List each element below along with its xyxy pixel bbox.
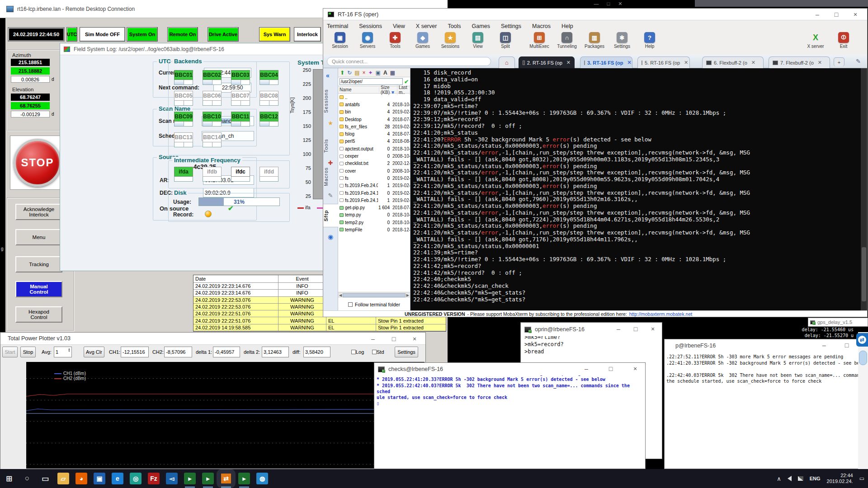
delta1-value[interactable]: -0,45957 — [213, 347, 240, 357]
event-col-event[interactable]: Event — [278, 275, 326, 282]
follow-terminal-checkbox[interactable] — [348, 302, 353, 307]
backend-bbc14[interactable]: BBC14 — [203, 132, 228, 147]
language-indicator[interactable]: ENG — [810, 476, 821, 481]
tab-7-flexbuff-2-o[interactable]: 7. Flexbuff-2 (o✕ — [769, 56, 830, 68]
status-sim-mode-off[interactable]: Sim Mode OFF — [80, 27, 125, 42]
sftp-font-icon[interactable]: A — [383, 70, 387, 76]
sftp-go-icon[interactable]: ✔ — [404, 79, 409, 85]
menu-macros[interactable]: Macros — [532, 23, 551, 29]
sftp-hscrollbar[interactable]: ◀ ▶ — [338, 292, 410, 298]
stop-plot-button[interactable]: Stop — [20, 347, 36, 357]
sidebar-tab-sftp[interactable]: Sftp — [323, 204, 338, 227]
oprin-close-icon[interactable]: × — [648, 325, 657, 333]
network-icon[interactable] — [798, 476, 803, 481]
taskbar-edge[interactable]: e — [112, 473, 123, 484]
globe-icon[interactable]: ◉ — [323, 233, 338, 240]
backend-bbc01[interactable]: BBC01 — [174, 70, 199, 85]
right-terminal-maximize-icon[interactable]: □ — [842, 342, 851, 349]
edit-tabs-icon[interactable]: ✎ — [856, 58, 861, 65]
backend-bbc12[interactable]: BBC12 — [259, 112, 285, 127]
if-ifda[interactable]: ifda — [174, 167, 199, 182]
if-ifdd[interactable]: ifdd — [259, 167, 285, 182]
tab-home[interactable]: ⌂ — [499, 56, 515, 68]
taskbar-terminal-green-3[interactable]: ▸ — [238, 473, 250, 484]
toolbar-games[interactable]: ◆Games — [410, 32, 436, 49]
telescope-button-hexapod[interactable]: Hexapod Control — [15, 306, 62, 323]
moba-titlebar[interactable]: RT-16 FS (oper) – □ × — [323, 9, 867, 20]
diff-value[interactable]: 3,58420 — [303, 347, 330, 357]
toolbar-packages[interactable]: ▥Packages — [581, 32, 608, 49]
mobatek-link[interactable]: http://mobaxterm.mobatek.net — [629, 311, 692, 317]
sftp-grid-icon[interactable]: ▦ — [390, 70, 395, 76]
taskbar-task-view[interactable]: ▭ — [39, 473, 51, 484]
taskbar-search[interactable]: ○ — [21, 473, 33, 484]
sftp-scroll-thumb[interactable] — [343, 293, 406, 297]
backend-bbc06[interactable]: BBC06 — [203, 91, 228, 106]
tray-chevron-icon[interactable]: ∧ — [777, 475, 781, 482]
sftp-newfolder-icon[interactable]: ▤ — [354, 70, 359, 76]
backend-bbc03[interactable]: BBC03 — [231, 70, 256, 85]
right-terminal-minimize-icon[interactable]: – — [820, 342, 829, 349]
list-item[interactable]: antabfs42018-10-27 .. — [338, 101, 410, 108]
oprin-titlebar[interactable]: oprin@IrbeneFS-16 – □ × — [521, 323, 662, 336]
toolbar-servers[interactable]: ◉Servers — [354, 32, 381, 49]
plotter-maximize-icon[interactable]: □ — [389, 335, 398, 343]
backend-bbc11[interactable]: BBC11 — [231, 112, 256, 127]
menu-terminal[interactable]: Terminal — [327, 23, 348, 29]
terminal[interactable]: 15 disk_record 16 data_valid=on 17 midob… — [410, 68, 861, 310]
tab-close-icon[interactable]: ✕ — [684, 60, 688, 66]
taskbar-wireshark[interactable]: ◅ — [166, 473, 178, 484]
event-col-date[interactable]: Date — [193, 275, 278, 282]
checks-maximize-icon[interactable]: □ — [606, 365, 615, 372]
list-item[interactable]: perl542018-08-29 .. — [338, 138, 410, 145]
list-item[interactable]: temp.py02018-10-25 .. — [338, 211, 410, 219]
telescope-button-acknowledge[interactable]: Acknowledge Interlock — [15, 204, 62, 220]
background-close-icon[interactable]: ✕ — [618, 1, 622, 7]
list-item[interactable]: checklist.txt22002-12-11 .. — [338, 160, 410, 167]
toolbar-exit[interactable]: ⏼Exit — [830, 32, 857, 49]
list-item[interactable]: bin42019-02-24 .. — [338, 108, 410, 116]
sftp-col-name[interactable]: Name — [338, 87, 379, 92]
sftp-wand-icon[interactable]: ✦ — [368, 70, 373, 76]
list-item[interactable]: fs_err_files282019-02-24 .. — [338, 123, 410, 130]
delta2-value[interactable]: 3,12463 — [262, 347, 289, 357]
toolbar-xserver[interactable]: XX server — [802, 32, 829, 49]
menu-help[interactable]: Help — [561, 23, 573, 29]
new-tab-button[interactable]: + — [834, 57, 844, 66]
list-item[interactable]: fs.2019.Feb.24.18.23.06.err12019-02-24 .… — [338, 197, 410, 204]
sftp-refresh-icon[interactable]: ↻ — [347, 70, 352, 76]
oprin-maximize-icon[interactable]: □ — [631, 325, 640, 333]
menu-tools[interactable]: Tools — [448, 23, 461, 29]
ch2-value[interactable]: -8,57096 — [164, 347, 192, 357]
menu-view[interactable]: View — [393, 23, 405, 29]
list-item[interactable]: get-pip.py1 6042018-07-22 .. — [338, 204, 410, 211]
status-system-on[interactable]: System On — [127, 27, 158, 42]
backend-bbc02[interactable]: BBC02 — [203, 70, 228, 85]
quick-connect-field[interactable]: Quick connect... — [327, 57, 491, 66]
plotter-close-icon[interactable]: × — [410, 335, 419, 343]
sidebar-collapse-icon[interactable]: « — [326, 72, 330, 79]
toolbar-tools[interactable]: ✚Tools — [382, 32, 408, 49]
tab-5-rt-16-fs-op[interactable]: 5. RT-16 FS (op✕ — [637, 56, 690, 68]
toolbar-multiexec[interactable]: ⊞MultiExec — [526, 32, 552, 49]
volume-icon[interactable] — [788, 476, 792, 481]
spinner-arrows-icon[interactable]: ▲▼ — [68, 348, 71, 352]
toolbar-help[interactable]: ?Help — [637, 32, 663, 49]
sftp-up-icon[interactable]: ⬆ — [340, 70, 344, 76]
sftp-monitor-icon[interactable]: ▣ — [376, 70, 381, 76]
status-drive-active[interactable]: Drive Active — [208, 27, 239, 42]
sidebar-tab-sessions[interactable]: Sessions — [323, 85, 338, 117]
status-sys-warn[interactable]: Sys Warn — [259, 27, 290, 42]
telescope-button-manual[interactable]: Manual Control — [15, 281, 62, 297]
tab-close-icon[interactable]: ✕ — [751, 60, 755, 66]
toolbar-split[interactable]: ◫Split — [492, 32, 519, 49]
checks-titlebar[interactable]: checks@IrbeneFS-16 – □ × — [374, 363, 645, 375]
taskbar-terminal-green-2[interactable]: ▸ — [202, 473, 214, 484]
backend-bbc09[interactable]: BBC09 — [174, 112, 199, 127]
taskbar-terminal-green-1[interactable]: ▸ — [184, 473, 196, 484]
action-center-icon[interactable]: ▭ — [859, 475, 864, 482]
backend-bbc13[interactable]: BBC13 — [174, 132, 199, 147]
backend-bbc07[interactable]: BBC07 — [231, 91, 256, 106]
status-remote-on[interactable]: Remote On — [167, 27, 198, 42]
moba-minimize-icon[interactable]: – — [813, 11, 822, 18]
